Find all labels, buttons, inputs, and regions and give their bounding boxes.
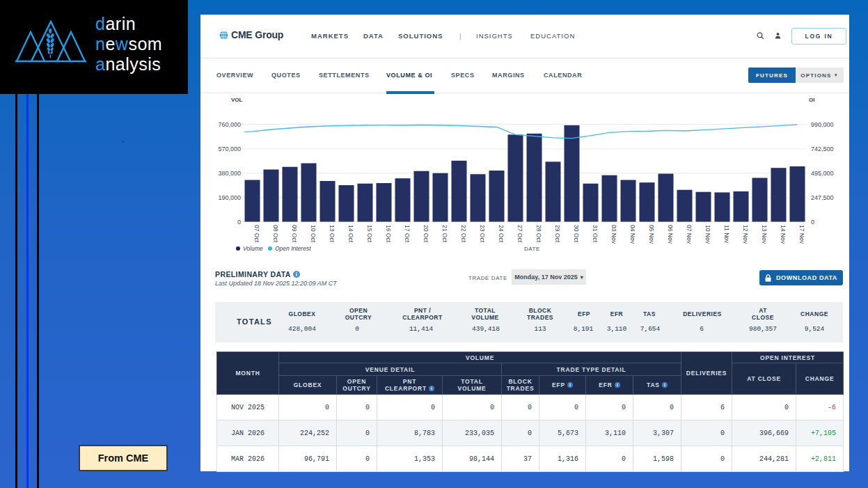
svg-text:10 Oct: 10 Oct xyxy=(310,225,317,243)
svg-text:14 Nov: 14 Nov xyxy=(780,225,787,244)
svg-text:190,000: 190,000 xyxy=(218,194,241,201)
svg-text:03 Nov: 03 Nov xyxy=(610,225,617,244)
svg-text:17 Nov: 17 Nov xyxy=(798,225,805,244)
svg-text:06 Nov: 06 Nov xyxy=(667,225,674,244)
svg-text:VOL: VOL xyxy=(231,97,243,103)
svg-text:21 Oct: 21 Oct xyxy=(441,225,448,243)
svg-text:742,500: 742,500 xyxy=(811,145,834,152)
svg-text:09 Oct: 09 Oct xyxy=(291,225,298,243)
svg-text:495,000: 495,000 xyxy=(811,170,834,177)
svg-text:990,000: 990,000 xyxy=(811,121,834,128)
svg-text:30 Oct: 30 Oct xyxy=(573,225,580,243)
svg-text:380,000: 380,000 xyxy=(218,170,241,177)
svg-text:17 Oct: 17 Oct xyxy=(404,225,411,243)
svg-text:28 Oct: 28 Oct xyxy=(535,225,542,243)
svg-text:23 Oct: 23 Oct xyxy=(479,225,486,243)
svg-text:13 Nov: 13 Nov xyxy=(761,225,768,244)
svg-text:570,000: 570,000 xyxy=(218,145,241,152)
svg-text:Open Interest: Open Interest xyxy=(275,245,311,252)
svg-text:08 Oct: 08 Oct xyxy=(272,225,279,243)
svg-text:24 Oct: 24 Oct xyxy=(498,225,505,243)
svg-text:27 Oct: 27 Oct xyxy=(516,225,523,243)
svg-text:13 Oct: 13 Oct xyxy=(329,225,336,243)
svg-text:04 Nov: 04 Nov xyxy=(629,225,636,244)
svg-text:10 Nov: 10 Nov xyxy=(704,225,711,244)
svg-text:DATE: DATE xyxy=(524,246,540,252)
svg-text:07 Oct: 07 Oct xyxy=(253,225,260,243)
svg-text:0: 0 xyxy=(811,219,814,226)
svg-text:05 Nov: 05 Nov xyxy=(648,225,655,244)
svg-text:11 Nov: 11 Nov xyxy=(723,225,730,244)
svg-text:12 Nov: 12 Nov xyxy=(742,225,749,244)
svg-text:14 Oct: 14 Oct xyxy=(347,225,354,243)
svg-text:Volume: Volume xyxy=(243,245,263,252)
svg-text:29 Oct: 29 Oct xyxy=(554,225,561,243)
svg-text:247,500: 247,500 xyxy=(811,194,834,201)
svg-text:15 Oct: 15 Oct xyxy=(366,225,373,243)
svg-text:760,000: 760,000 xyxy=(218,121,241,128)
svg-text:22 Oct: 22 Oct xyxy=(460,225,467,243)
svg-text:07 Nov: 07 Nov xyxy=(686,225,693,244)
svg-text:OI: OI xyxy=(809,97,814,103)
svg-text:16 Oct: 16 Oct xyxy=(385,225,392,243)
svg-text:31 Oct: 31 Oct xyxy=(592,225,599,243)
svg-text:20 Oct: 20 Oct xyxy=(423,225,429,243)
svg-text:0: 0 xyxy=(237,219,241,226)
